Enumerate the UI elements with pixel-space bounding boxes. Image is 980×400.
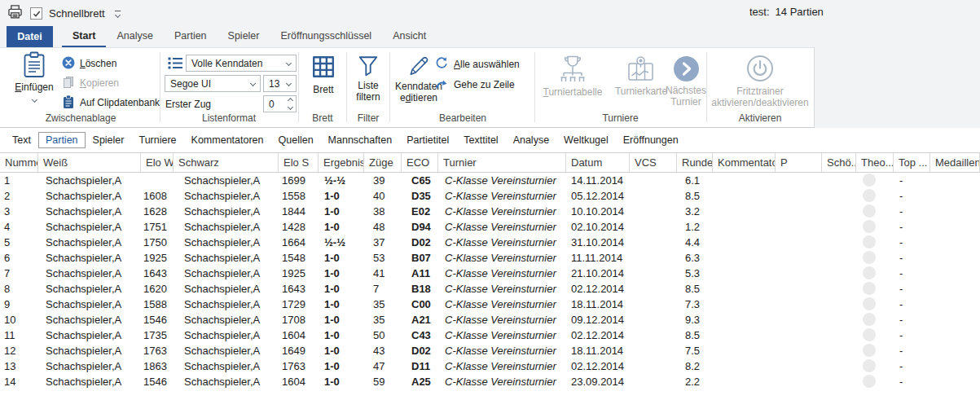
table-row[interactable]: 6Schachspieler,A1925Schachspieler,A15481…: [0, 250, 980, 266]
column-header-kommentator[interactable]: Kommentator: [713, 153, 776, 172]
cell-theo: [856, 188, 894, 204]
schnellbrett-checkbox[interactable]: [30, 7, 42, 20]
column-header-schoe[interactable]: Schö...: [822, 153, 856, 172]
view-tab-partietitel[interactable]: Partietitel: [399, 132, 456, 148]
ribbon-tab-start[interactable]: Start: [62, 26, 106, 47]
table-row[interactable]: 12Schachspieler,A1763Schachspieler,A1649…: [0, 343, 980, 358]
view-tab-strip: TextPartienSpielerTurniereKommentatorenQ…: [0, 128, 980, 152]
column-header-medals[interactable]: Medaillen: [930, 153, 980, 172]
column-header-black[interactable]: Schwarz: [174, 153, 279, 172]
database-status: test:14 Partien: [749, 6, 824, 18]
view-tab-mannschaften[interactable]: Mannschaften: [321, 132, 400, 148]
paste-button[interactable]: Einfügen: [11, 51, 57, 104]
cell-theo: [856, 297, 894, 312]
cell-nr: 8: [0, 281, 38, 297]
column-header-elow[interactable]: Elo W: [141, 153, 174, 172]
column-header-tournament[interactable]: Turnier: [438, 153, 566, 172]
toolbar-options-icon[interactable]: [115, 11, 121, 17]
select-all-button[interactable]: Alle auswählen: [435, 57, 520, 72]
cell-result: 1-0: [319, 219, 364, 235]
view-tab-eröffnungen[interactable]: Eröffnungen: [616, 132, 686, 148]
cell-elos: 1649: [279, 343, 319, 358]
table-row[interactable]: 7Schachspieler,A1643Schachspieler,A19251…: [0, 266, 980, 281]
ribbon-tab-spieler[interactable]: Spieler: [218, 26, 270, 47]
column-header-eco[interactable]: ECO: [402, 153, 438, 172]
column-header-nr[interactable]: Nummer: [0, 153, 38, 172]
font-select[interactable]: Segoe UI: [165, 75, 261, 92]
font-size-select[interactable]: 13: [263, 75, 297, 92]
cell-result: 1-0: [319, 188, 364, 204]
column-header-p[interactable]: P: [776, 153, 822, 172]
column-header-date[interactable]: Datum: [566, 153, 630, 172]
cell-black: Schachspieler,A: [174, 374, 279, 389]
cell-elow: 1735: [141, 327, 174, 343]
ribbon-tab-ansicht[interactable]: Ansicht: [382, 26, 437, 47]
theo-circle-indicator: [863, 235, 876, 248]
cell-elos: 1604: [279, 327, 319, 343]
column-header-top[interactable]: Top ...: [894, 153, 930, 172]
table-row[interactable]: 1Schachspieler,ASchachspieler,A1699½-½39…: [0, 173, 980, 188]
goto-row-button[interactable]: Gehe zu Zeile: [435, 77, 515, 92]
table-row[interactable]: 5Schachspieler,A1750Schachspieler,A1664½…: [0, 235, 980, 250]
column-header-theo[interactable]: Theo...: [856, 153, 894, 172]
view-tab-partien[interactable]: Partien: [38, 132, 86, 148]
goto-arrow-icon: [435, 77, 449, 92]
filter-list-button[interactable]: Liste filtern: [349, 55, 388, 103]
cell-elow: 1763: [141, 343, 174, 358]
ribbon-tab-eröffnungsschlüssel[interactable]: Eröffnungsschlüssel: [270, 26, 383, 47]
view-tab-kommentatoren[interactable]: Kommentatoren: [184, 132, 271, 148]
cell-date: 21.10.2014: [566, 266, 630, 281]
cell-black: Schachspieler,A: [174, 343, 279, 358]
cell-black: Schachspieler,A: [174, 173, 279, 188]
table-row[interactable]: 14Schachspieler,A1546Schachspieler,A1604…: [0, 374, 980, 389]
table-row[interactable]: 9Schachspieler,A1588Schachspieler,A17291…: [0, 297, 980, 312]
cell-elos: 1925: [279, 266, 319, 281]
view-tab-weltkugel[interactable]: Weltkugel: [556, 132, 616, 148]
stepper-up-icon[interactable]: [288, 98, 293, 103]
board-button[interactable]: Brett: [303, 55, 344, 95]
table-row[interactable]: 8Schachspieler,A1620Schachspieler,A16431…: [0, 281, 980, 297]
column-header-elos[interactable]: Elo S: [279, 153, 319, 172]
cell-result: 1-0: [319, 327, 364, 343]
cell-kommentator: [713, 297, 776, 312]
cell-moves: 35: [364, 312, 402, 327]
cell-vcs: [630, 297, 677, 312]
cell-medals: [930, 219, 980, 235]
printer-icon[interactable]: [7, 3, 24, 24]
list-format-icon[interactable]: [167, 56, 183, 73]
table-row[interactable]: 13Schachspieler,A1863Schachspieler,A1763…: [0, 358, 980, 374]
cell-theo: [856, 327, 894, 343]
table-row[interactable]: 2Schachspieler,A1608Schachspieler,A15581…: [0, 188, 980, 204]
view-tab-spieler[interactable]: Spieler: [86, 132, 132, 148]
column-header-white[interactable]: Weiß: [38, 153, 141, 172]
ribbon-tab-partien[interactable]: Partien: [164, 26, 218, 47]
table-row[interactable]: 3Schachspieler,A1628Schachspieler,A18441…: [0, 204, 980, 219]
file-tab[interactable]: Datei: [7, 26, 53, 47]
cell-medals: [930, 250, 980, 266]
erster-zug-stepper[interactable]: 0: [263, 95, 297, 112]
group-label-bearbeiten: Bearbeiten: [391, 112, 534, 124]
column-header-vcs[interactable]: VCS: [630, 153, 677, 172]
view-tab-quellen[interactable]: Quellen: [271, 132, 321, 148]
table-row[interactable]: 11Schachspieler,A1735Schachspieler,A1604…: [0, 327, 980, 343]
column-header-moves[interactable]: Züge: [364, 153, 402, 172]
stepper-down-icon[interactable]: [288, 104, 293, 110]
kenndaten-select[interactable]: Volle Kenndaten: [186, 55, 297, 72]
table-row[interactable]: 10Schachspieler,A1546Schachspieler,A1708…: [0, 312, 980, 327]
view-tab-text[interactable]: Text: [5, 132, 38, 148]
view-tab-analyse[interactable]: Analyse: [506, 132, 556, 148]
column-header-round[interactable]: Runde: [677, 153, 713, 172]
cell-theo: [856, 235, 894, 250]
delete-button[interactable]: Löschen: [62, 56, 116, 71]
column-header-result[interactable]: Ergebnis: [319, 153, 364, 172]
clip-database-button[interactable]: Auf Clipdatenbank: [62, 95, 160, 110]
cell-eco: B18: [402, 281, 438, 297]
table-row[interactable]: 4Schachspieler,A1751Schachspieler,A14281…: [0, 219, 980, 235]
paste-dropdown-icon[interactable]: [31, 97, 37, 103]
cell-date: 31.10.2014: [566, 235, 630, 250]
ribbon-tab-analyse[interactable]: Analyse: [106, 26, 163, 47]
group-label-zwischenablage: Zwischenablage: [11, 112, 150, 124]
view-tab-texttitel[interactable]: Texttitel: [456, 132, 505, 148]
theo-circle-indicator: [863, 344, 876, 357]
view-tab-turniere[interactable]: Turniere: [131, 132, 183, 148]
